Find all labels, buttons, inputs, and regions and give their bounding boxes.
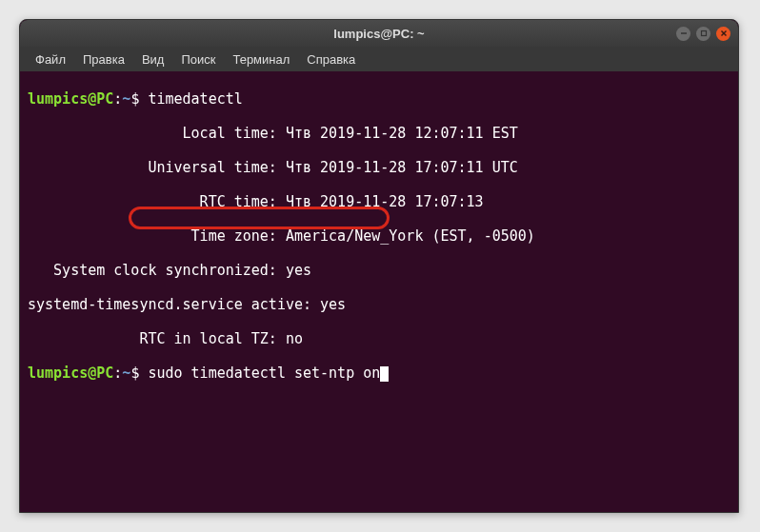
menu-view[interactable]: Вид: [134, 50, 172, 69]
menu-file[interactable]: Файл: [28, 50, 73, 69]
prompt-userhost: lumpics@PC: [28, 90, 113, 108]
menu-edit[interactable]: Правка: [75, 50, 132, 69]
prompt-line-2: lumpics@PC:~$ sudo timedatectl set-ntp o…: [28, 365, 730, 382]
output-timesyncd: systemd-timesyncd.service active: yes: [28, 296, 730, 313]
command-1: timedatectl: [148, 90, 242, 108]
command-2: sudo timedatectl set-ntp on: [148, 365, 380, 382]
prompt-colon: :: [113, 365, 122, 382]
close-button[interactable]: [716, 27, 730, 41]
output-universal-time: Universal time: Чтв 2019-11-28 17:07:11 …: [28, 159, 730, 176]
prompt-line-1: lumpics@PC:~$ timedatectl: [28, 90, 730, 108]
close-icon: [720, 30, 728, 37]
terminal-window: lumpics@PC: ~ Файл Правка Вид Поиск Терм…: [19, 19, 739, 513]
titlebar[interactable]: lumpics@PC: ~: [20, 20, 738, 47]
output-time-zone: Time zone: America/New_York (EST, -0500): [28, 227, 730, 245]
menu-search[interactable]: Поиск: [173, 50, 223, 69]
svg-rect-1: [701, 31, 706, 36]
output-clock-sync: System clock synchronized: yes: [28, 262, 730, 279]
output-local-time: Local time: Чтв 2019-11-28 12:07:11 EST: [28, 125, 730, 142]
prompt-symbol: $: [130, 90, 139, 108]
terminal-body[interactable]: lumpics@PC:~$ timedatectl Local time: Чт…: [20, 71, 738, 435]
prompt-colon: :: [113, 90, 122, 108]
menu-help[interactable]: Справка: [299, 50, 363, 69]
prompt-symbol: $: [130, 365, 139, 382]
minimize-icon: [680, 30, 688, 37]
menubar: Файл Правка Вид Поиск Терминал Справка: [20, 47, 738, 71]
maximize-button[interactable]: [696, 27, 710, 41]
maximize-icon: [700, 30, 708, 37]
output-rtc-time: RTC time: Чтв 2019-11-28 17:07:13: [28, 193, 730, 210]
cursor-block: [380, 366, 389, 382]
output-rtc-local: RTC in local TZ: no: [28, 330, 730, 347]
window-controls: [676, 27, 730, 41]
window-title: lumpics@PC: ~: [333, 27, 424, 41]
minimize-button[interactable]: [676, 27, 690, 41]
menu-terminal[interactable]: Терминал: [225, 50, 297, 69]
prompt-userhost: lumpics@PC: [28, 365, 113, 382]
